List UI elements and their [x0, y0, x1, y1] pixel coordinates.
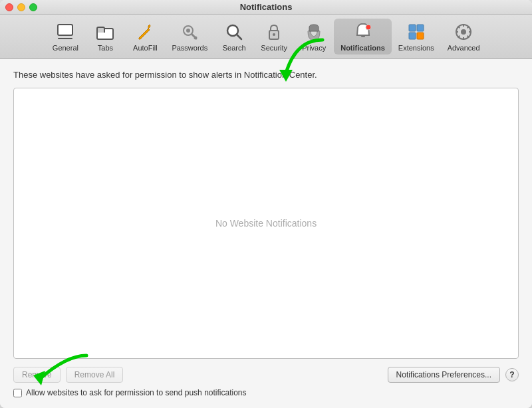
svg-point-19	[461, 29, 466, 35]
toolbar-item-general[interactable]: General	[45, 19, 85, 54]
svg-rect-0	[58, 25, 72, 35]
svg-rect-12	[361, 35, 365, 37]
traffic-lights	[5, 3, 37, 11]
svg-point-11	[273, 33, 275, 36]
minimize-button[interactable]	[17, 3, 25, 11]
svg-line-9	[237, 35, 241, 39]
remove-all-button[interactable]: Remove All	[66, 367, 124, 383]
toolbar-items: General Tabs	[45, 19, 486, 54]
toolbar: General Tabs	[0, 15, 532, 59]
svg-rect-1	[58, 38, 72, 39]
empty-message: No Website Notifications	[215, 218, 317, 229]
toolbar-item-notifications[interactable]: Notifications	[334, 19, 392, 54]
description-text: These websites have asked for permission…	[13, 70, 519, 80]
svg-point-4	[186, 29, 190, 33]
content-area: These websites have asked for permission…	[0, 59, 532, 408]
search-icon	[223, 21, 245, 43]
remove-button[interactable]: Remove	[13, 367, 61, 383]
svg-rect-17	[417, 33, 424, 39]
svg-line-5	[192, 35, 197, 39]
advanced-icon	[453, 21, 474, 43]
close-button[interactable]	[5, 3, 13, 11]
svg-rect-16	[409, 33, 416, 39]
extensions-label: Extensions	[398, 44, 434, 52]
passwords-icon	[179, 21, 200, 43]
svg-point-13	[366, 25, 371, 30]
bottom-bar: Remove Remove All Notifications Preferen…	[13, 367, 519, 383]
preferences-window: Notifications General	[0, 0, 532, 408]
push-notifications-checkbox[interactable]	[13, 389, 22, 397]
toolbar-item-passwords[interactable]: Passwords	[165, 19, 214, 54]
bottom-right-buttons: Notifications Preferences... ?	[388, 367, 519, 383]
passwords-label: Passwords	[172, 44, 207, 52]
security-label: Security	[261, 44, 287, 52]
maximize-button[interactable]	[29, 3, 37, 11]
titlebar: Notifications	[0, 0, 532, 15]
bottom-left-buttons: Remove Remove All	[13, 367, 123, 383]
svg-rect-14	[409, 25, 416, 31]
tabs-label: Tabs	[98, 44, 113, 52]
advanced-label: Advanced	[448, 44, 480, 52]
push-notifications-label: Allow websites to ask for permission to …	[26, 388, 247, 397]
toolbar-item-privacy[interactable]: Privacy	[294, 19, 334, 54]
help-button[interactable]: ?	[505, 368, 519, 381]
extensions-icon	[406, 21, 427, 43]
toolbar-item-tabs[interactable]: Tabs	[85, 19, 125, 54]
window-title: Notifications	[240, 2, 293, 12]
website-list: No Website Notifications	[13, 88, 519, 359]
notifications-preferences-button[interactable]: Notifications Preferences...	[388, 367, 500, 383]
toolbar-item-autofill[interactable]: AutoFill	[125, 19, 165, 54]
privacy-icon	[303, 21, 325, 43]
svg-line-6	[196, 37, 197, 38]
svg-rect-15	[417, 25, 424, 31]
checkbox-area: Allow websites to ask for permission to …	[13, 388, 519, 397]
toolbar-item-security[interactable]: Security	[254, 19, 294, 54]
autofill-icon	[134, 21, 156, 43]
search-label: Search	[223, 44, 246, 52]
general-label: General	[53, 44, 78, 52]
toolbar-item-search[interactable]: Search	[214, 19, 254, 54]
autofill-label: AutoFill	[133, 44, 158, 52]
toolbar-item-extensions[interactable]: Extensions	[392, 19, 441, 54]
tabs-icon	[94, 21, 116, 43]
toolbar-item-advanced[interactable]: Advanced	[441, 19, 487, 54]
notifications-icon	[352, 21, 374, 43]
general-icon	[55, 21, 76, 43]
svg-line-7	[194, 38, 196, 39]
privacy-label: Privacy	[302, 44, 326, 52]
notifications-label: Notifications	[340, 44, 385, 52]
security-icon	[263, 21, 285, 43]
